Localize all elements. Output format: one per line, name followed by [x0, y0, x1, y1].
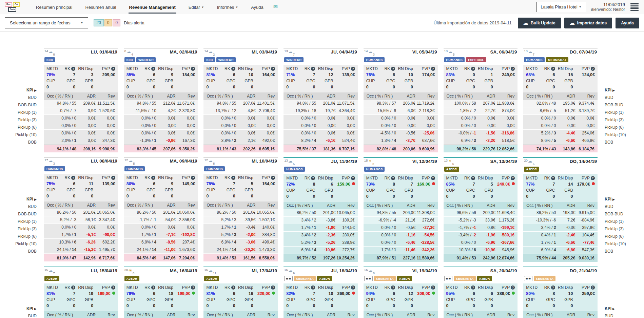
day-cell[interactable]: 14☁2MI, 03/04/19ICICWINDEURMKTDRK?RN Dis… [203, 48, 278, 153]
day-cell[interactable]: 13☁5SA, 06/04/19HUMANOSESPECIALMKTDRK?RN… [444, 48, 518, 153]
kpi-expand-icon[interactable]: ▶ [34, 307, 37, 311]
help-icon[interactable]: ? [71, 285, 75, 290]
help-icon[interactable]: ? [191, 67, 195, 71]
day-cell[interactable]: 13☁7JU, 04/04/19WINDEURMKTDRK?RN DispPVP… [284, 48, 358, 153]
help-icon[interactable]: ? [391, 176, 395, 180]
help-icon[interactable]: ? [111, 67, 115, 71]
help-icon[interactable]: ? [591, 176, 595, 180]
help-icon[interactable]: ? [151, 285, 155, 290]
hotel-selector[interactable]: Lasala Plaza Hotel▼ [536, 2, 586, 12]
row-label-kpi[interactable]: KPI▶ [3, 195, 37, 203]
help-icon[interactable]: ? [71, 176, 75, 180]
day-cell[interactable]: DO, 21/04/19★★SEMSANTAMKTDRK?RN DispPVP?… [523, 267, 598, 318]
help-icon[interactable]: ? [511, 285, 515, 290]
row-label-kpi[interactable]: KPI▶ [3, 305, 37, 312]
help-icon[interactable]: ? [311, 67, 315, 71]
nav-item-editar[interactable]: Editar▼ [188, 1, 205, 14]
help-icon[interactable]: ? [431, 67, 435, 71]
day-cell[interactable]: 8☁4MA, 02/04/19ICICWINDEURMKTDRK?RN Disp… [124, 48, 198, 153]
cup-values: 000 [126, 84, 195, 90]
day-cell[interactable]: 13☁7DO, 07/04/19HUMANOSMEDMARATMKTDRK?RN… [523, 48, 598, 153]
help-icon[interactable]: ? [231, 285, 235, 290]
adr-value: 0,0€ [76, 224, 96, 231]
help-icon[interactable]: ? [431, 176, 435, 180]
help-icon[interactable]: ? [591, 285, 595, 290]
day-cell[interactable]: 20☀8MA, 16/04/19AJEDRMKTDRK?RN DispPVP?7… [124, 267, 198, 318]
help-icon[interactable]: ? [471, 285, 475, 290]
help-icon[interactable]: ? [191, 285, 195, 290]
help-icon[interactable]: ? [311, 176, 315, 180]
kpi-expand-icon[interactable]: ▶ [612, 198, 615, 201]
day-cell[interactable]: 14☁8LU, 01/04/19ICICMKTDRK?RN DispPVP?78… [44, 48, 118, 153]
help-icon[interactable]: ? [511, 67, 515, 71]
help-icon[interactable]: ? [551, 67, 555, 71]
table-row: -4,5% / 0-0,5€-25,0€ [364, 130, 438, 137]
help-icon[interactable]: ? [111, 285, 115, 290]
day-cell[interactable]: 14☁3VI, 05/04/19HUMANOSMKTDRK?RN DispPVP… [364, 48, 438, 153]
kpi-headers: MKTDRK?RN DispPVP? [46, 66, 115, 72]
row-label-kpi[interactable]: KPI▶ [605, 86, 641, 94]
help-button[interactable]: Ayuda [616, 18, 639, 28]
temp-low: 7 [53, 271, 55, 275]
envelope-icon[interactable]: ✉ [273, 4, 278, 10]
help-icon[interactable]: ? [471, 67, 475, 71]
nav-item-informes[interactable]: Informes▼ [216, 1, 239, 14]
help-icon[interactable]: ? [351, 176, 355, 180]
day-cell[interactable]: 13☀6SA, 13/04/19AJEDRMKTDRK?RN DispPVP?8… [444, 157, 518, 262]
help-icon[interactable]: ? [551, 285, 555, 290]
day-cell[interactable]: 16☁9JU, 18/04/19★★SEMSANTAAJEDRMKTDRK?RN… [284, 267, 358, 318]
col-header-occ-rn: Occ ( % / RN ) [203, 92, 236, 100]
help-icon[interactable]: ? [351, 285, 355, 290]
help-icon[interactable]: ? [231, 176, 235, 180]
nav-item-resumen-anual[interactable]: Resumen anual [84, 1, 117, 14]
nav-item-revenue-management[interactable]: Revenue Management [129, 1, 176, 14]
date-range-select[interactable]: Selecciona un rango de fechas▼ [5, 17, 88, 28]
day-cell[interactable]: 17☁3LU, 08/04/19HUMANOSMKTDRK?RN DispPVP… [44, 157, 118, 262]
help-icon[interactable]: ? [71, 67, 75, 71]
help-icon[interactable]: ? [471, 176, 475, 180]
help-icon[interactable]: ? [391, 67, 395, 71]
hamburger-menu-icon[interactable] [630, 2, 639, 12]
help-icon[interactable]: ? [111, 176, 115, 180]
row-label-kpi[interactable]: KPI▶ [605, 195, 641, 203]
rev-value: 8.695,1€ [256, 145, 278, 153]
help-icon[interactable]: ? [271, 285, 275, 290]
app-logo[interactable]: Rev Onl Data [5, 2, 20, 12]
help-icon[interactable]: ? [511, 176, 515, 180]
day-cell[interactable]: 16☁11MI, 17/04/19AJEDRMKTDRK?RN DispPVP?… [203, 267, 278, 318]
help-icon[interactable]: ? [431, 285, 435, 290]
kpi-expand-icon[interactable]: ▶ [612, 307, 615, 311]
nav-item-ayuda[interactable]: Ayuda [250, 1, 264, 14]
day-cell[interactable]: 15☁7LU, 15/04/19AJEDRMKTDRK?RN DispPVP?8… [44, 267, 118, 318]
help-icon[interactable]: ? [231, 67, 235, 71]
day-cell[interactable]: 12☁8MI, 10/04/19HUMANOSMKTDRK?RN DispPVP… [203, 157, 278, 262]
help-icon[interactable]: ? [591, 67, 595, 71]
help-icon[interactable]: ? [551, 176, 555, 180]
help-icon[interactable]: ? [271, 176, 275, 180]
help-icon[interactable]: ? [311, 285, 315, 290]
kpi-headers: MKTDRK?RN DispPVP? [126, 285, 195, 291]
day-cell[interactable]: 13☁5JU, 11/04/19HUMANOSMKTDRK?RN DispPVP… [284, 157, 358, 262]
row-label-kpi[interactable]: KPI▶ [3, 86, 37, 94]
help-icon[interactable]: ? [191, 176, 195, 180]
kpi-expand-icon[interactable]: ▶ [34, 198, 37, 201]
table-column-headers: Occ ( % / RN )ADRRev [44, 92, 118, 100]
day-cell[interactable]: 16☁8VI, 19/04/19★★SEMSANTAAJEDRMKTDRK?RN… [364, 267, 438, 318]
bulk-update-button[interactable]: ☁↑Bulk Update [518, 18, 561, 28]
help-icon[interactable]: ? [391, 285, 395, 290]
day-cell[interactable]: 20☁5DO, 14/04/19AJEDRMKTDRK?RN DispPVP?7… [523, 157, 598, 262]
day-cell[interactable]: 12☁5MA, 09/04/19HUMANOSMKTDRK?RN DispPVP… [124, 157, 198, 262]
help-icon[interactable]: ? [271, 67, 275, 71]
import-data-button[interactable]: ☁↑Importar datos [564, 18, 612, 28]
nav-item-resumen-principal[interactable]: Resumen principal [35, 1, 73, 14]
row-label-bob-bud: BOB-BUD [605, 101, 641, 109]
help-icon[interactable]: ? [351, 67, 355, 71]
day-cell[interactable]: 15☀2VI, 12/04/19HUMANOSMKTDRK?RN DispPVP… [364, 157, 438, 262]
help-icon[interactable]: ? [151, 67, 155, 71]
cup-headers: CUPGPCGPB [126, 187, 195, 193]
kpi-expand-icon[interactable]: ▶ [34, 89, 37, 92]
help-icon[interactable]: ? [151, 176, 155, 180]
kpi-expand-icon[interactable]: ▶ [612, 89, 615, 92]
day-cell[interactable]: SA, 20/04/19★★SEMSANTAAJEDRMKTDRK?RN Dis… [444, 267, 518, 318]
row-label-kpi[interactable]: KPI▶ [605, 305, 641, 312]
